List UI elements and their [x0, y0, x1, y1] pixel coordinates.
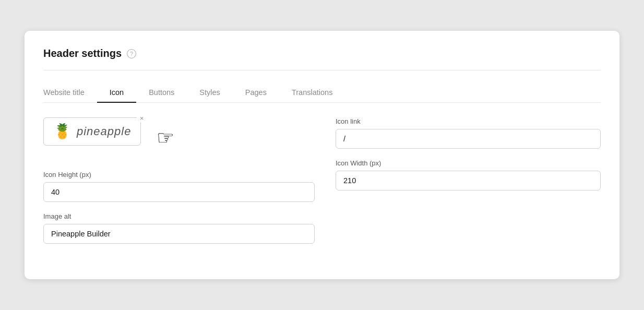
card-header: Header settings ?	[43, 47, 601, 70]
height-width-row: Icon Height (px)	[43, 171, 315, 212]
icon-link-field: Icon link	[336, 117, 601, 149]
icon-height-field: Icon Height (px)	[43, 171, 315, 202]
pineapple-emoji: 🍍	[53, 124, 71, 139]
image-alt-label: Image alt	[43, 212, 315, 220]
cursor-pointer-icon: ☞	[157, 128, 174, 148]
pineapple-text: pineapple	[77, 125, 131, 138]
left-panel: 🍍 pineapple × ☞ Icon Height (px) Image a…	[43, 117, 315, 254]
settings-card: Header settings ? Website title Icon But…	[25, 31, 619, 279]
icon-height-label: Icon Height (px)	[43, 171, 315, 178]
tab-icon[interactable]: Icon	[97, 83, 136, 103]
right-panel: Icon link Icon Width (px)	[336, 117, 601, 201]
icon-height-input[interactable]	[43, 182, 315, 202]
image-alt-field: Image alt	[43, 212, 315, 244]
icon-width-input[interactable]	[336, 171, 601, 190]
tab-website-title[interactable]: Website title	[43, 83, 97, 103]
close-icon-button[interactable]: ×	[137, 113, 146, 123]
icon-width-label: Icon Width (px)	[336, 159, 601, 167]
tabs-nav: Website title Icon Buttons Styles Pages …	[43, 83, 601, 103]
icon-width-field: Icon Width (px)	[336, 159, 601, 190]
page-title: Header settings	[43, 47, 122, 59]
image-alt-input[interactable]	[43, 224, 315, 244]
icon-preview-row: 🍍 pineapple × ☞	[43, 117, 315, 158]
tab-styles[interactable]: Styles	[187, 83, 233, 103]
tab-pages[interactable]: Pages	[233, 83, 279, 103]
help-icon[interactable]: ?	[127, 49, 136, 58]
icon-preview: 🍍 pineapple	[43, 117, 141, 146]
tab-translations[interactable]: Translations	[279, 83, 345, 103]
icon-link-input[interactable]	[336, 129, 601, 149]
icon-preview-wrapper: 🍍 pineapple ×	[43, 117, 141, 146]
tab-buttons[interactable]: Buttons	[136, 83, 187, 103]
icon-link-label: Icon link	[336, 117, 601, 125]
content-area: 🍍 pineapple × ☞ Icon Height (px) Image a…	[43, 117, 601, 254]
